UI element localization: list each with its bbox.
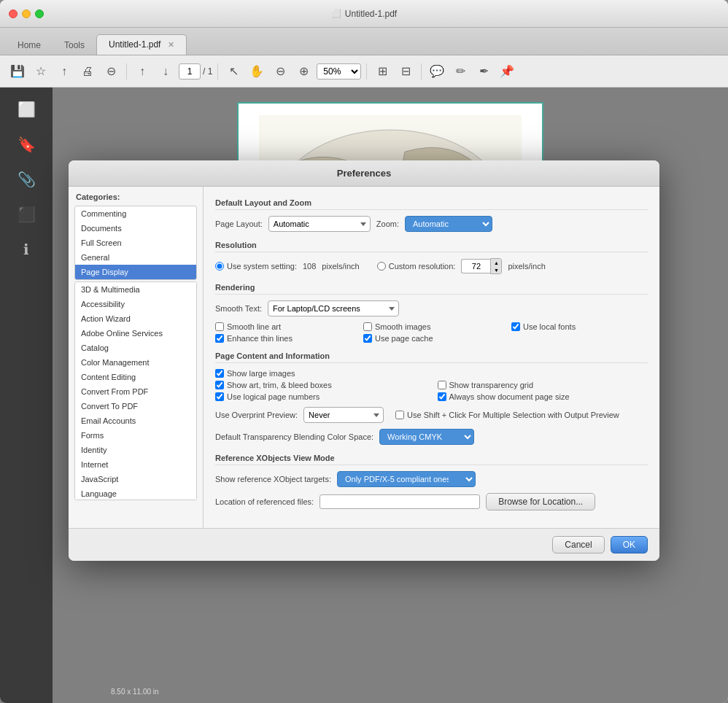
- always-show-doc-size-label[interactable]: Always show document page size: [438, 392, 648, 401]
- location-input[interactable]: [320, 494, 480, 509]
- toolbar-divider-1: [126, 63, 127, 79]
- cat-forms[interactable]: Forms: [75, 428, 196, 443]
- transparency-blending-row: Default Transparency Blending Color Spac…: [215, 429, 648, 445]
- cat-color-management[interactable]: Color Management: [75, 355, 196, 370]
- smooth-text-label: Smooth Text:: [215, 304, 262, 313]
- cat-page-display[interactable]: Page Display: [75, 265, 196, 279]
- zoom-select[interactable]: 50% 75% 100%: [317, 63, 361, 79]
- enhance-thin-lines-checkbox[interactable]: [215, 334, 224, 343]
- next-page-button[interactable]: ↓: [155, 61, 176, 82]
- upload-button[interactable]: ↑: [54, 61, 74, 82]
- use-system-setting-radio[interactable]: [215, 262, 224, 271]
- titlebar: ⬜ Untitled-1.pdf: [0, 0, 728, 28]
- overprint-row: Use Overprint Preview: Never Use Shift +…: [215, 407, 648, 423]
- fit-width-button[interactable]: ⊟: [395, 61, 416, 82]
- always-show-doc-size-checkbox[interactable]: [438, 392, 446, 401]
- cat-internet[interactable]: Internet: [75, 457, 196, 472]
- page-layout-label: Page Layout:: [215, 220, 263, 228]
- zoom-in-button[interactable]: ⊕: [293, 61, 314, 82]
- page-layout-select[interactable]: Automatic: [268, 216, 371, 232]
- ok-button[interactable]: OK: [611, 536, 648, 554]
- traffic-lights: [9, 9, 44, 18]
- show-art-trim-checkbox[interactable]: [215, 381, 224, 389]
- cat-content-editing[interactable]: Content Editing: [75, 370, 196, 384]
- custom-resolution-input[interactable]: [461, 259, 490, 273]
- prev-page-button[interactable]: ↑: [132, 61, 152, 82]
- enhance-thin-lines-label[interactable]: Enhance thin lines: [215, 334, 352, 343]
- cat-language[interactable]: Language: [75, 486, 196, 500]
- resolution-header: Resolution: [215, 241, 648, 252]
- custom-resolution-radio[interactable]: [377, 262, 386, 271]
- stepper-down-button[interactable]: ▼: [491, 266, 501, 273]
- use-system-setting-radio-label[interactable]: Use system setting:: [215, 262, 297, 271]
- cat-full-screen[interactable]: Full Screen: [75, 236, 196, 250]
- save-button[interactable]: 💾: [7, 61, 28, 82]
- shift-click-checkbox[interactable]: [395, 411, 404, 419]
- zoom-select-dialog[interactable]: Automatic: [405, 216, 492, 232]
- show-large-images-checkbox[interactable]: [215, 369, 224, 378]
- cat-email-accounts[interactable]: Email Accounts: [75, 413, 196, 428]
- markup-button[interactable]: ✒: [473, 61, 494, 82]
- use-page-cache-label[interactable]: Use page cache: [363, 334, 500, 343]
- toolbar: 💾 ☆ ↑ 🖨 ⊖ ↑ ↓ / 1 ↖ ✋ ⊖ ⊕ 50% 75% 100% ⊞…: [0, 55, 728, 88]
- maximize-button[interactable]: [35, 9, 44, 18]
- show-ref-xobject-select[interactable]: Only PDF/X-5 compliant ones: [337, 471, 476, 487]
- tab-home[interactable]: Home: [6, 36, 53, 55]
- show-large-images-label[interactable]: Show large images: [215, 369, 426, 378]
- use-local-fonts-label[interactable]: Use local fonts: [511, 322, 648, 331]
- transparency-blending-label: Default Transparency Blending Color Spac…: [215, 432, 373, 441]
- category-group-bottom: 3D & Multimedia Accessibility Action Wiz…: [74, 281, 197, 500]
- minimize-button[interactable]: [22, 9, 31, 18]
- use-page-cache-checkbox[interactable]: [363, 334, 372, 343]
- use-logical-page-numbers-checkbox[interactable]: [215, 392, 224, 401]
- hand-tool-button[interactable]: ✋: [247, 61, 267, 82]
- cat-catalog[interactable]: Catalog: [75, 341, 196, 355]
- cat-action-wizard[interactable]: Action Wizard: [75, 311, 196, 326]
- cat-javascript[interactable]: JavaScript: [75, 472, 196, 486]
- select-tool-button[interactable]: ↖: [223, 61, 244, 82]
- sidebar-layers-icon[interactable]: ⬜: [10, 93, 42, 125]
- shift-click-label[interactable]: Use Shift + Click For Multiple Selection…: [395, 411, 619, 419]
- cat-convert-from-pdf[interactable]: Convert From PDF: [75, 384, 196, 399]
- cat-identity[interactable]: Identity: [75, 443, 196, 457]
- browse-button[interactable]: Browse for Location...: [486, 493, 595, 510]
- cat-general[interactable]: General: [75, 250, 196, 265]
- cat-documents[interactable]: Documents: [75, 221, 196, 236]
- stamp-button[interactable]: 📌: [497, 61, 517, 82]
- smooth-line-art-checkbox[interactable]: [215, 322, 224, 331]
- cat-commenting[interactable]: Commenting: [75, 206, 196, 221]
- toolbar-divider-4: [421, 63, 422, 79]
- tab-close-icon[interactable]: ✕: [168, 40, 174, 49]
- tab-document[interactable]: Untitled-1.pdf ✕: [96, 34, 187, 55]
- stepper-up-button[interactable]: ▲: [491, 259, 501, 266]
- print-button[interactable]: 🖨: [77, 61, 98, 82]
- fit-page-button[interactable]: ⊞: [372, 61, 392, 82]
- pencil-button[interactable]: ✏: [450, 61, 471, 82]
- transparency-blending-select[interactable]: Working CMYK: [379, 429, 474, 445]
- cat-convert-to-pdf[interactable]: Convert To PDF: [75, 399, 196, 413]
- show-transparency-grid-label[interactable]: Show transparency grid: [438, 381, 648, 389]
- cat-accessibility[interactable]: Accessibility: [75, 297, 196, 311]
- show-transparency-grid-checkbox[interactable]: [438, 381, 446, 389]
- close-button[interactable]: [9, 9, 18, 18]
- comment-button[interactable]: 💬: [427, 61, 447, 82]
- zoom-out-btn2[interactable]: ⊖: [270, 61, 290, 82]
- use-local-fonts-checkbox[interactable]: [511, 322, 520, 331]
- page-nav: / 1: [179, 63, 212, 79]
- smooth-text-row: Smooth Text: For Laptop/LCD screens: [215, 300, 648, 316]
- use-logical-page-numbers-label[interactable]: Use logical page numbers: [215, 392, 426, 401]
- cat-3d-multimedia[interactable]: 3D & Multimedia: [75, 282, 196, 297]
- smooth-text-select[interactable]: For Laptop/LCD screens: [268, 300, 399, 316]
- cancel-button[interactable]: Cancel: [552, 536, 604, 554]
- custom-resolution-radio-label[interactable]: Custom resolution:: [377, 262, 456, 271]
- smooth-images-label[interactable]: Smooth images: [363, 322, 500, 331]
- cat-adobe-online[interactable]: Adobe Online Services: [75, 326, 196, 341]
- zoom-out-button[interactable]: ⊖: [101, 61, 121, 82]
- smooth-images-checkbox[interactable]: [363, 322, 372, 331]
- page-number-input[interactable]: [179, 63, 201, 79]
- smooth-line-art-label[interactable]: Smooth line art: [215, 322, 352, 331]
- overprint-select[interactable]: Never: [303, 407, 384, 423]
- show-art-trim-label[interactable]: Show art, trim, & bleed boxes: [215, 381, 426, 389]
- bookmark-button[interactable]: ☆: [31, 61, 51, 82]
- tab-tools[interactable]: Tools: [53, 36, 96, 55]
